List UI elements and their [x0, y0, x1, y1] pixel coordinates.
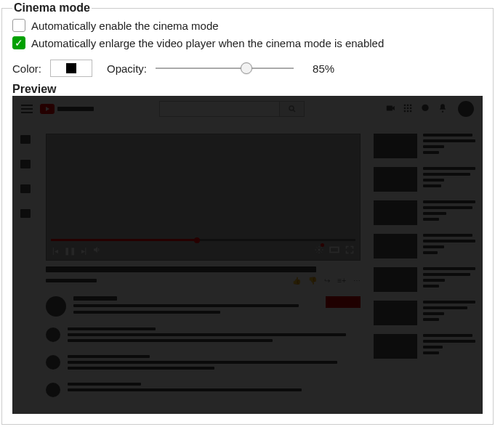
avatar [458, 101, 474, 117]
svg-rect-4 [407, 105, 409, 106]
auto-enable-label: Automatically enable the cinema mode [31, 20, 219, 32]
svg-rect-5 [410, 105, 411, 106]
progress-bar [51, 239, 355, 241]
svg-rect-10 [407, 110, 409, 112]
trending-icon [20, 160, 31, 168]
theater-icon [329, 246, 339, 255]
svg-rect-9 [404, 110, 406, 112]
auto-enable-checkbox[interactable] [12, 19, 25, 32]
svg-rect-11 [410, 110, 411, 112]
video-player-mock: |◂ ❚❚ ▸| [46, 134, 361, 261]
volume-icon [92, 245, 101, 256]
recommendations [374, 134, 475, 414]
next-icon: ▸| [81, 247, 87, 255]
svg-rect-8 [410, 107, 411, 109]
preview-area: |◂ ❚❚ ▸| [12, 96, 483, 414]
messages-icon [420, 103, 430, 115]
settings-icon [315, 245, 323, 256]
library-icon [20, 209, 31, 218]
svg-rect-6 [404, 107, 406, 109]
pause-icon: ❚❚ [64, 247, 76, 255]
svg-point-13 [442, 111, 443, 113]
svg-rect-3 [404, 105, 406, 106]
slider-thumb[interactable] [241, 62, 252, 74]
yt-header [12, 96, 483, 122]
auto-enlarge-row: ✓ Automatically enlarge the video player… [12, 36, 483, 49]
cinema-mode-section: Cinema mode Automatically enable the cin… [1, 1, 494, 425]
player-controls: |◂ ❚❚ ▸| [47, 241, 360, 260]
apps-icon [403, 103, 413, 115]
subscriptions-icon [20, 184, 31, 193]
svg-rect-2 [387, 106, 393, 111]
search-icon [279, 102, 304, 116]
color-swatch [66, 63, 76, 73]
more-icon: ⋯ [353, 277, 361, 285]
like-icon: 👍 [292, 277, 301, 285]
fullscreen-icon [345, 245, 354, 256]
share-icon: ↪ [324, 277, 330, 285]
bell-icon [438, 103, 448, 115]
svg-rect-7 [407, 107, 409, 109]
section-title: Cinema mode [12, 1, 92, 15]
svg-point-14 [318, 249, 321, 251]
prev-icon: |◂ [52, 247, 58, 255]
dislike-icon: 👎 [308, 277, 317, 285]
auto-enlarge-label: Automatically enlarge the video player w… [31, 37, 384, 49]
svg-rect-15 [330, 248, 339, 253]
save-icon: ≡+ [337, 277, 346, 285]
comment-avatar [46, 383, 60, 397]
opacity-label: Opacity: [107, 62, 147, 75]
subscribe-button-mock [326, 296, 361, 308]
youtube-logo [40, 104, 94, 114]
upload-icon [385, 103, 395, 115]
opacity-slider[interactable] [156, 61, 294, 76]
home-icon [20, 135, 31, 144]
yt-sidebar [12, 122, 39, 414]
color-label: Color: [12, 62, 41, 75]
cinema-options-row: Color: Opacity: 85% [12, 60, 483, 77]
svg-point-12 [422, 105, 428, 111]
hamburger-icon [21, 105, 33, 113]
color-picker[interactable] [50, 60, 92, 77]
auto-enable-row: Automatically enable the cinema mode [12, 19, 483, 32]
comment-avatar [46, 355, 60, 370]
svg-line-1 [293, 110, 295, 112]
channel-avatar [46, 296, 66, 317]
slider-track [156, 68, 294, 69]
youtube-play-icon [40, 104, 55, 114]
comment-avatar [46, 327, 60, 342]
auto-enlarge-checkbox[interactable]: ✓ [12, 36, 25, 49]
youtube-mock: |◂ ❚❚ ▸| [12, 96, 483, 414]
opacity-value: 85% [313, 62, 334, 75]
preview-label: Preview [12, 83, 483, 96]
search-input-mock [159, 101, 305, 117]
